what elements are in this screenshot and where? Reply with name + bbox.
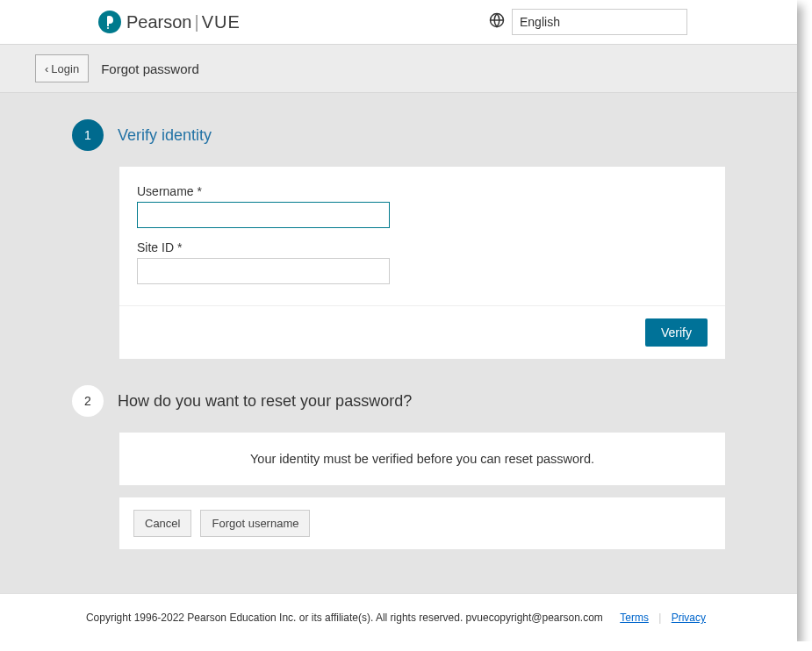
page-title: Forgot password <box>101 61 199 76</box>
siteid-input[interactable] <box>137 258 390 284</box>
verify-button[interactable]: Verify <box>645 318 708 347</box>
top-header: Pearson|VUE English <box>0 0 797 45</box>
privacy-link[interactable]: Privacy <box>672 612 706 624</box>
logo: Pearson|VUE <box>98 11 241 33</box>
globe-icon <box>489 12 505 32</box>
step1-header: 1 Verify identity <box>72 119 725 151</box>
siteid-label: Site ID * <box>137 240 708 254</box>
breadcrumb-bar: ‹ Login Forgot password <box>0 45 797 93</box>
cancel-button[interactable]: Cancel <box>133 510 191 537</box>
forgot-username-button[interactable]: Forgot username <box>200 510 310 537</box>
reset-info-text: Your identity must be verified before yo… <box>250 452 594 466</box>
step1-title: Verify identity <box>118 126 212 145</box>
step1-number-badge: 1 <box>72 119 104 151</box>
main-content: 1 Verify identity Username * Site ID * V… <box>0 93 797 593</box>
reset-info-panel: Your identity must be verified before yo… <box>119 433 725 485</box>
username-group: Username * <box>137 184 708 228</box>
language-select[interactable]: English <box>512 9 687 35</box>
logo-separator: | <box>195 12 199 32</box>
step2-header: 2 How do you want to reset your password… <box>72 385 725 417</box>
language-value: English <box>520 15 560 29</box>
svg-point-0 <box>107 27 109 29</box>
footer: Copyright 1996-2022 Pearson Education In… <box>0 593 797 641</box>
step2-title: How do you want to reset your password? <box>118 392 412 411</box>
step2-number-badge: 2 <box>72 385 104 417</box>
logo-product: VUE <box>202 12 241 32</box>
chevron-left-icon: ‹ <box>45 62 48 75</box>
login-back-button[interactable]: ‹ Login <box>35 54 89 82</box>
action-panel: Cancel Forgot username <box>119 497 725 549</box>
login-button-label: Login <box>51 62 79 75</box>
logo-brand: Pearson <box>126 12 192 32</box>
terms-link[interactable]: Terms <box>620 612 649 624</box>
username-label: Username * <box>137 184 708 198</box>
verify-identity-panel: Username * Site ID * Verify <box>119 167 725 359</box>
page-container: Pearson|VUE English ‹ Login Forgot passw… <box>0 0 797 641</box>
username-input[interactable] <box>137 202 390 228</box>
footer-divider: | <box>658 612 661 624</box>
footer-copyright: Copyright 1996-2022 Pearson Education In… <box>86 612 603 624</box>
pearson-logo-icon <box>98 11 121 33</box>
siteid-group: Site ID * <box>137 240 708 284</box>
logo-text: Pearson|VUE <box>126 12 241 32</box>
verify-panel-footer: Verify <box>119 305 725 359</box>
